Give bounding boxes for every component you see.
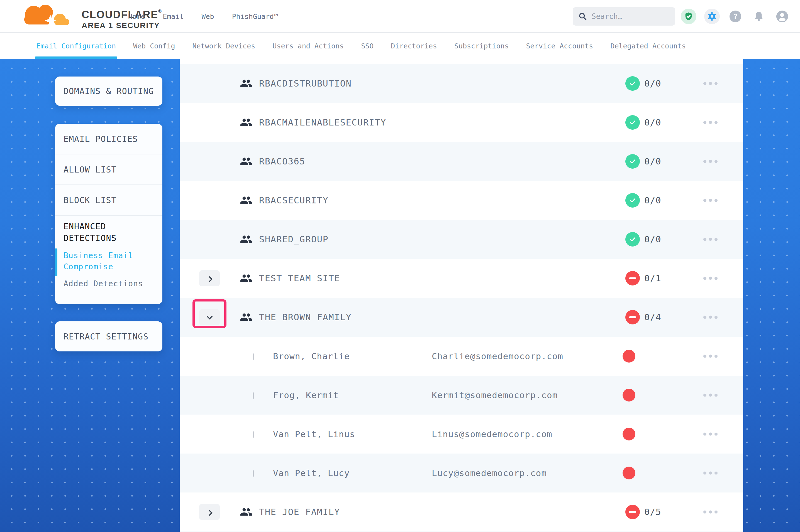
- table-row-group: RBACO365 0/0: [180, 142, 743, 181]
- config-tabbar: Email Configuration Web Config Network D…: [0, 33, 800, 59]
- group-name: RBACDISTRUBUTION: [259, 78, 351, 89]
- sidebar-item-domains-routing[interactable]: DOMAINS & ROUTING: [55, 77, 162, 106]
- chevron-icon: [206, 276, 212, 282]
- member-count: 0/0: [644, 234, 661, 245]
- minus-glyph: [629, 316, 636, 318]
- chevron-right-icon[interactable]: [253, 393, 254, 398]
- member-count: 0/0: [644, 195, 661, 206]
- member-email: Linus@somedemocorp.com: [432, 429, 552, 439]
- notifications-bell-icon[interactable]: [751, 8, 767, 24]
- row-menu-button[interactable]: [703, 238, 717, 241]
- member-name: Brown, Charlie: [273, 351, 350, 361]
- tab-directories[interactable]: Directories: [391, 33, 437, 59]
- table-row-group: RBACMAILENABLESECURITY 0/0: [180, 103, 743, 142]
- enhanced-detections-heading: ENHANCED DETECTIONS: [63, 221, 154, 244]
- status-badge: [625, 115, 640, 130]
- group-name: RBACSECURITY: [259, 195, 328, 206]
- status-badge: [625, 193, 640, 208]
- row-menu-button[interactable]: [703, 121, 717, 124]
- minus-glyph: [629, 511, 636, 513]
- sidebar-item-business-email-compromise[interactable]: Business Email Compromise: [63, 250, 154, 272]
- tab-delegated-accounts[interactable]: Delegated Accounts: [610, 33, 686, 59]
- nav-web[interactable]: Web: [201, 13, 214, 21]
- table-row-group: SHARED_GROUP 0/0: [180, 220, 743, 259]
- search-input[interactable]: [592, 12, 661, 21]
- status-dot: [622, 389, 635, 401]
- row-menu-button[interactable]: [703, 355, 717, 358]
- status-badge: [625, 310, 640, 324]
- member-name: Van Pelt, Linus: [273, 429, 355, 439]
- group-table: RBACDISTRUBUTION 0/0 RBACMAILENABLESECUR…: [180, 64, 743, 531]
- status-icons: ?: [681, 0, 790, 33]
- group-people-icon: [239, 311, 253, 324]
- group-people-icon: [239, 506, 253, 518]
- row-menu-button[interactable]: [703, 433, 717, 436]
- row-menu-button[interactable]: [703, 316, 717, 319]
- group-people-icon: [239, 272, 253, 285]
- table-row-member: Van Pelt, Linus Linus@somedemocorp.com: [180, 415, 743, 454]
- row-menu-button[interactable]: [703, 160, 717, 163]
- group-people-icon: [239, 233, 253, 246]
- tab-sso[interactable]: SSO: [361, 33, 374, 59]
- sidebar-card-domains: DOMAINS & ROUTING: [55, 77, 162, 106]
- status-badge: [625, 505, 640, 519]
- tab-email-configuration[interactable]: Email Configuration: [36, 33, 116, 59]
- table-row-group: THE BROWN FAMILY 0/4: [180, 298, 743, 337]
- group-people-icon: [239, 116, 253, 129]
- sidebar-item-retract-settings[interactable]: RETRACT SETTINGS: [55, 321, 162, 352]
- account-icon[interactable]: [775, 8, 790, 24]
- chevron-right-icon[interactable]: [253, 471, 254, 476]
- row-menu-button[interactable]: [703, 511, 717, 514]
- tab-service-accounts[interactable]: Service Accounts: [526, 33, 593, 59]
- row-menu-button[interactable]: [703, 472, 717, 475]
- table-row-group: RBACDISTRUBUTION 0/0: [180, 64, 743, 103]
- sidebar-item-allow-list[interactable]: ALLOW LIST: [55, 154, 162, 185]
- member-count: 0/1: [644, 273, 661, 284]
- member-count: 0/0: [644, 78, 661, 89]
- chevron-right-icon[interactable]: [253, 354, 254, 359]
- search-icon: [578, 12, 587, 21]
- member-count: 0/5: [644, 507, 661, 517]
- settings-gear-icon[interactable]: [704, 8, 720, 24]
- expand-button[interactable]: [199, 270, 220, 286]
- member-name: Van Pelt, Lucy: [273, 468, 350, 478]
- status-dot: [622, 350, 635, 363]
- svg-text:?: ?: [733, 12, 738, 21]
- row-menu-button[interactable]: [703, 82, 717, 85]
- expand-button[interactable]: [199, 309, 220, 325]
- help-icon[interactable]: ?: [728, 8, 743, 24]
- group-name: RBACMAILENABLESECURITY: [259, 117, 386, 128]
- group-people-icon: [239, 155, 253, 168]
- status-badge: [625, 232, 640, 247]
- chevron-right-icon[interactable]: [253, 432, 254, 437]
- member-count: 0/4: [644, 312, 661, 322]
- sidebar-item-block-list[interactable]: BLOCK LIST: [55, 185, 162, 215]
- sidebar-item-email-policies[interactable]: EMAIL POLICIES: [55, 124, 162, 154]
- member-count: 0/0: [644, 117, 661, 128]
- tab-subscriptions[interactable]: Subscriptions: [454, 33, 509, 59]
- row-menu-button[interactable]: [703, 199, 717, 202]
- nav-phishguard[interactable]: PhishGuard™: [232, 13, 278, 21]
- table-row-member: Brown, Charlie Charlie@somedemocorp.com: [180, 337, 743, 376]
- table-row-group: THE JOE FAMILY 0/5: [180, 493, 743, 531]
- row-menu-button[interactable]: [703, 277, 717, 280]
- sidebar-card-retract: RETRACT SETTINGS: [55, 321, 162, 352]
- tab-web-config[interactable]: Web Config: [133, 33, 175, 59]
- expand-button[interactable]: [199, 504, 220, 520]
- nav-email[interactable]: Email: [163, 13, 184, 21]
- tab-users-and-actions[interactable]: Users and Actions: [272, 33, 344, 59]
- protection-shield-icon[interactable]: [681, 8, 696, 24]
- status-badge: [625, 271, 640, 285]
- sidebar-item-added-detections[interactable]: Added Detections: [63, 279, 154, 288]
- tab-network-devices[interactable]: Network Devices: [193, 33, 255, 59]
- nav-home[interactable]: Home: [128, 13, 145, 21]
- member-count: 0/0: [644, 156, 661, 167]
- cloudflare-cloud-icon: [18, 3, 73, 29]
- sidebar-card-policies: EMAIL POLICIES ALLOW LIST BLOCK LIST ENH…: [55, 124, 162, 304]
- table-row-group: RBACSECURITY 0/0: [180, 181, 743, 220]
- search-box[interactable]: [573, 7, 675, 25]
- row-menu-button[interactable]: [703, 394, 717, 397]
- chevron-icon: [206, 314, 212, 319]
- group-name: THE BROWN FAMILY: [259, 312, 351, 322]
- member-name: Frog, Kermit: [273, 390, 339, 400]
